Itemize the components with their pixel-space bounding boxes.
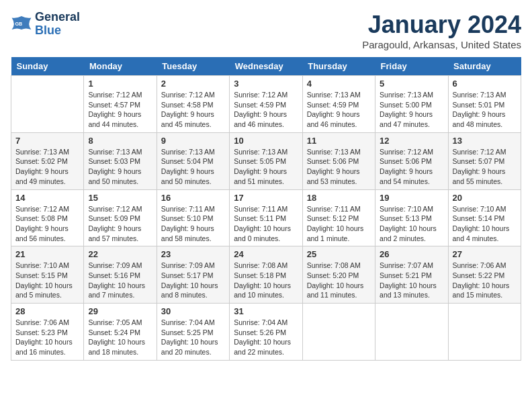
day-header-tuesday: Tuesday xyxy=(157,57,229,76)
calendar-cell: 24Sunrise: 7:08 AMSunset: 5:18 PMDayligh… xyxy=(230,246,302,304)
calendar-header-row: SundayMondayTuesdayWednesdayThursdayFrid… xyxy=(11,57,521,76)
calendar-cell: 19Sunrise: 7:10 AMSunset: 5:13 PMDayligh… xyxy=(375,189,448,246)
day-info: Sunrise: 7:13 AMSunset: 5:04 PMDaylight:… xyxy=(161,147,225,187)
svg-text:GB: GB xyxy=(15,20,22,26)
day-info: Sunrise: 7:06 AMSunset: 5:22 PMDaylight:… xyxy=(453,261,517,300)
day-info: Sunrise: 7:09 AMSunset: 5:17 PMDaylight:… xyxy=(161,261,225,300)
day-info: Sunrise: 7:11 AMSunset: 5:10 PMDaylight:… xyxy=(161,204,225,244)
day-info: Sunrise: 7:13 AMSunset: 5:01 PMDaylight:… xyxy=(453,90,517,130)
day-number: 29 xyxy=(88,306,152,316)
calendar-week-row: 28Sunrise: 7:06 AMSunset: 5:23 PMDayligh… xyxy=(11,304,521,361)
calendar-cell: 3Sunrise: 7:12 AMSunset: 4:59 PMDaylight… xyxy=(230,76,302,133)
day-info: Sunrise: 7:12 AMSunset: 4:58 PMDaylight:… xyxy=(161,90,225,130)
day-info: Sunrise: 7:10 AMSunset: 5:13 PMDaylight:… xyxy=(380,204,443,244)
calendar-cell: 26Sunrise: 7:07 AMSunset: 5:21 PMDayligh… xyxy=(375,246,448,304)
day-info: Sunrise: 7:13 AMSunset: 5:00 PMDaylight:… xyxy=(380,90,443,130)
calendar-cell: 27Sunrise: 7:06 AMSunset: 5:22 PMDayligh… xyxy=(448,246,521,304)
day-number: 15 xyxy=(88,193,152,203)
day-header-thursday: Thursday xyxy=(302,57,375,76)
calendar-week-row: 21Sunrise: 7:10 AMSunset: 5:15 PMDayligh… xyxy=(11,246,521,304)
day-number: 20 xyxy=(453,193,517,203)
day-info: Sunrise: 7:06 AMSunset: 5:23 PMDaylight:… xyxy=(15,318,79,357)
day-info: Sunrise: 7:12 AMSunset: 5:06 PMDaylight:… xyxy=(380,147,443,187)
day-info: Sunrise: 7:12 AMSunset: 5:08 PMDaylight:… xyxy=(15,204,79,244)
logo-icon: GB xyxy=(11,13,32,35)
calendar-cell xyxy=(11,76,84,133)
title-section: January 2024 Paragould, Arkansas, United… xyxy=(362,11,521,50)
day-info: Sunrise: 7:12 AMSunset: 5:07 PMDaylight:… xyxy=(453,147,517,187)
day-number: 17 xyxy=(234,193,298,203)
calendar-cell: 23Sunrise: 7:09 AMSunset: 5:17 PMDayligh… xyxy=(157,246,229,304)
logo-text-blue: Blue xyxy=(35,24,80,38)
day-number: 5 xyxy=(380,79,443,89)
calendar-week-row: 14Sunrise: 7:12 AMSunset: 5:08 PMDayligh… xyxy=(11,189,521,246)
day-number: 12 xyxy=(380,136,443,146)
day-header-sunday: Sunday xyxy=(11,57,84,76)
day-number: 6 xyxy=(453,79,517,89)
day-header-friday: Friday xyxy=(375,57,448,76)
day-info: Sunrise: 7:08 AMSunset: 5:20 PMDaylight:… xyxy=(307,261,371,300)
calendar-cell: 2Sunrise: 7:12 AMSunset: 4:58 PMDaylight… xyxy=(157,76,229,133)
calendar-cell: 7Sunrise: 7:13 AMSunset: 5:02 PMDaylight… xyxy=(11,132,84,189)
day-info: Sunrise: 7:08 AMSunset: 5:18 PMDaylight:… xyxy=(234,261,298,300)
location-text: Paragould, Arkansas, United States xyxy=(362,39,521,50)
day-info: Sunrise: 7:12 AMSunset: 4:57 PMDaylight:… xyxy=(88,90,152,130)
calendar-week-row: 1Sunrise: 7:12 AMSunset: 4:57 PMDaylight… xyxy=(11,76,521,133)
day-info: Sunrise: 7:09 AMSunset: 5:16 PMDaylight:… xyxy=(88,261,152,300)
day-number: 21 xyxy=(15,249,79,259)
day-number: 19 xyxy=(380,193,443,203)
day-info: Sunrise: 7:05 AMSunset: 5:24 PMDaylight:… xyxy=(88,318,152,357)
day-header-saturday: Saturday xyxy=(448,57,521,76)
day-info: Sunrise: 7:10 AMSunset: 5:15 PMDaylight:… xyxy=(15,261,79,300)
day-header-wednesday: Wednesday xyxy=(230,57,302,76)
day-number: 3 xyxy=(234,79,298,89)
day-info: Sunrise: 7:04 AMSunset: 5:26 PMDaylight:… xyxy=(234,318,298,357)
calendar-cell: 5Sunrise: 7:13 AMSunset: 5:00 PMDaylight… xyxy=(375,76,448,133)
day-info: Sunrise: 7:12 AMSunset: 5:09 PMDaylight:… xyxy=(88,204,152,244)
calendar-cell: 16Sunrise: 7:11 AMSunset: 5:10 PMDayligh… xyxy=(157,189,229,246)
calendar-cell xyxy=(302,304,375,361)
day-number: 23 xyxy=(161,249,225,259)
day-number: 9 xyxy=(161,136,225,146)
calendar-cell: 8Sunrise: 7:13 AMSunset: 5:03 PMDaylight… xyxy=(84,132,157,189)
month-title: January 2024 xyxy=(362,11,521,39)
calendar-cell: 14Sunrise: 7:12 AMSunset: 5:08 PMDayligh… xyxy=(11,189,84,246)
day-number: 26 xyxy=(380,249,443,259)
day-number: 14 xyxy=(15,193,79,203)
logo: GB General Blue xyxy=(11,11,80,38)
calendar-cell: 21Sunrise: 7:10 AMSunset: 5:15 PMDayligh… xyxy=(11,246,84,304)
day-number: 2 xyxy=(161,79,225,89)
calendar-week-row: 7Sunrise: 7:13 AMSunset: 5:02 PMDaylight… xyxy=(11,132,521,189)
calendar-cell: 9Sunrise: 7:13 AMSunset: 5:04 PMDaylight… xyxy=(157,132,229,189)
calendar-cell: 10Sunrise: 7:13 AMSunset: 5:05 PMDayligh… xyxy=(230,132,302,189)
calendar-cell: 11Sunrise: 7:13 AMSunset: 5:06 PMDayligh… xyxy=(302,132,375,189)
day-number: 13 xyxy=(453,136,517,146)
calendar-cell xyxy=(448,304,521,361)
calendar-cell: 15Sunrise: 7:12 AMSunset: 5:09 PMDayligh… xyxy=(84,189,157,246)
calendar-cell: 4Sunrise: 7:13 AMSunset: 4:59 PMDaylight… xyxy=(302,76,375,133)
calendar-cell: 12Sunrise: 7:12 AMSunset: 5:06 PMDayligh… xyxy=(375,132,448,189)
day-info: Sunrise: 7:13 AMSunset: 5:05 PMDaylight:… xyxy=(234,147,298,187)
day-header-monday: Monday xyxy=(84,57,157,76)
calendar-cell: 20Sunrise: 7:10 AMSunset: 5:14 PMDayligh… xyxy=(448,189,521,246)
day-number: 28 xyxy=(15,306,79,316)
logo-text-general: General xyxy=(35,11,80,24)
day-info: Sunrise: 7:11 AMSunset: 5:11 PMDaylight:… xyxy=(234,204,298,244)
calendar-cell: 31Sunrise: 7:04 AMSunset: 5:26 PMDayligh… xyxy=(230,304,302,361)
calendar-cell xyxy=(375,304,448,361)
day-number: 31 xyxy=(234,306,298,316)
day-info: Sunrise: 7:13 AMSunset: 4:59 PMDaylight:… xyxy=(307,90,371,130)
day-number: 1 xyxy=(88,79,152,89)
day-number: 22 xyxy=(88,249,152,259)
day-number: 16 xyxy=(161,193,225,203)
calendar-cell: 25Sunrise: 7:08 AMSunset: 5:20 PMDayligh… xyxy=(302,246,375,304)
calendar-cell: 17Sunrise: 7:11 AMSunset: 5:11 PMDayligh… xyxy=(230,189,302,246)
calendar-cell: 1Sunrise: 7:12 AMSunset: 4:57 PMDaylight… xyxy=(84,76,157,133)
day-info: Sunrise: 7:04 AMSunset: 5:25 PMDaylight:… xyxy=(161,318,225,357)
calendar-cell: 28Sunrise: 7:06 AMSunset: 5:23 PMDayligh… xyxy=(11,304,84,361)
day-info: Sunrise: 7:10 AMSunset: 5:14 PMDaylight:… xyxy=(453,204,517,244)
day-number: 8 xyxy=(88,136,152,146)
day-number: 7 xyxy=(15,136,79,146)
day-info: Sunrise: 7:12 AMSunset: 4:59 PMDaylight:… xyxy=(234,90,298,130)
day-info: Sunrise: 7:13 AMSunset: 5:06 PMDaylight:… xyxy=(307,147,371,187)
